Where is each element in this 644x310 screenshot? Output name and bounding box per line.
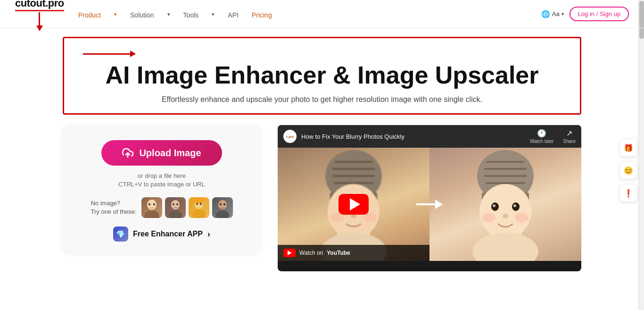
video-header: c.pro How to Fix Your Blurry Photos Quic…: [278, 125, 581, 148]
nav-tools[interactable]: Tools: [183, 11, 199, 19]
face-icon-button[interactable]: 😊: [619, 161, 637, 179]
gift-icon: 🎁: [624, 143, 633, 152]
lang-label: Aa: [552, 10, 560, 17]
hero-box: AI Image Enhancer & Image Upscaler Effor…: [63, 37, 581, 115]
upload-icon: [122, 147, 133, 159]
svg-point-16: [220, 203, 222, 205]
svg-point-8: [176, 203, 178, 205]
logo-underline: [15, 10, 64, 11]
translate-icon: 🌐: [541, 10, 550, 18]
svg-point-12: [196, 203, 198, 205]
nav-product[interactable]: Product: [78, 11, 101, 19]
youtube-icon-bar: [283, 249, 296, 257]
alert-icon-button[interactable]: ❗: [619, 184, 637, 202]
svg-point-51: [472, 233, 538, 261]
watch-later-label: Watch later: [530, 139, 553, 144]
watch-later-action[interactable]: 🕐 Watch later: [530, 129, 553, 144]
watch-on-text: Watch on: [299, 250, 323, 256]
free-app-icon: 💎: [113, 226, 128, 242]
language-switcher[interactable]: 🌐 Aa ▾: [541, 10, 564, 18]
nav-solution[interactable]: Solution: [130, 11, 154, 19]
svg-point-4: [153, 203, 155, 206]
free-app-label: Free Enhancer APP: [133, 230, 203, 238]
hero-annotation-arrow: [83, 50, 561, 57]
sample-image-1[interactable]: [141, 197, 162, 218]
play-triangle-icon: [350, 198, 360, 210]
nav-pricing[interactable]: Pricing: [252, 11, 272, 19]
login-signup-button[interactable]: Log in / Sign up: [570, 7, 629, 21]
watch-later-icon: 🕐: [537, 129, 546, 138]
svg-point-47: [482, 213, 495, 222]
video-title: How to Fix Your Blurry Photos Quickly: [301, 133, 525, 140]
drop-text: or drop a file here: [138, 172, 186, 179]
sample-image-3[interactable]: [189, 197, 209, 218]
svg-point-7: [173, 203, 174, 205]
svg-point-44: [493, 204, 495, 207]
svg-point-2: [144, 210, 159, 218]
watch-on-youtube-bar[interactable]: Watch on YouTube: [278, 245, 429, 261]
video-center-arrow: [416, 200, 443, 209]
gift-icon-button[interactable]: 🎁: [619, 139, 637, 157]
bottom-section: Upload Image or drop a file here CTRL+V …: [63, 125, 581, 271]
face-icon: 😊: [624, 166, 633, 175]
svg-point-6: [169, 210, 182, 218]
nav-links: Product▾ Solution▾ Tools▾ API Pricing: [78, 9, 541, 19]
scrollbar[interactable]: [638, 0, 644, 310]
channel-logo: c.pro: [283, 130, 297, 143]
logo[interactable]: cutout.pro: [15, 0, 64, 9]
free-app-row[interactable]: 💎 Free Enhancer APP ›: [113, 226, 210, 242]
video-panel: c.pro How to Fix Your Blurry Photos Quic…: [278, 125, 581, 271]
logo-container: cutout.pro: [15, 0, 64, 31]
youtube-play-button[interactable]: [339, 194, 369, 215]
upload-image-button[interactable]: Upload Image: [101, 140, 222, 166]
no-image-text: No image?: [91, 199, 136, 208]
video-content: Watch on YouTube: [278, 148, 581, 261]
nav-api[interactable]: API: [228, 11, 239, 19]
video-right-half: [429, 148, 581, 261]
youtube-text: YouTube: [327, 250, 350, 256]
sample-label: No image? Try one of these:: [91, 199, 136, 216]
nav-right: 🌐 Aa ▾ Log in / Sign up: [541, 7, 629, 21]
try-one-text: Try one of these:: [91, 208, 136, 216]
svg-point-13: [200, 203, 202, 205]
alert-icon: ❗: [624, 189, 633, 198]
hero-subtitle: Effortlessly enhance and upscale your ph…: [83, 95, 561, 104]
main-content: AI Image Enhancer & Image Upscaler Effor…: [0, 28, 644, 271]
sample-images: [141, 197, 233, 218]
svg-point-48: [515, 213, 528, 222]
logo-annotation-arrow: [15, 12, 64, 31]
upload-button-label: Upload Image: [139, 148, 201, 159]
sample-images-row: No image? Try one of these:: [91, 197, 232, 218]
svg-point-45: [513, 204, 516, 207]
svg-point-3: [149, 203, 150, 206]
share-action[interactable]: ↗ Share: [563, 129, 576, 144]
share-icon: ↗: [566, 129, 572, 138]
sample-image-2[interactable]: [165, 197, 186, 218]
right-sidebar: 🎁 😊 ❗: [619, 139, 637, 202]
youtube-logo-bar: [283, 249, 296, 257]
svg-point-15: [216, 210, 229, 218]
paste-text: CTRL+V to paste image or URL: [118, 181, 205, 188]
free-app-chevron: ›: [207, 229, 210, 239]
svg-point-14: [218, 200, 227, 209]
share-label: Share: [563, 139, 576, 144]
hero-title: AI Image Enhancer & Image Upscaler: [83, 62, 561, 89]
svg-point-17: [223, 203, 225, 205]
sample-image-4[interactable]: [212, 197, 233, 218]
navigation: cutout.pro Product▾ Solution▾ Tools▾ API…: [0, 0, 644, 28]
svg-point-11: [192, 209, 206, 218]
chevron-down-icon: ▾: [561, 11, 564, 17]
upload-card: Upload Image or drop a file here CTRL+V …: [63, 125, 261, 253]
svg-point-46: [503, 214, 508, 218]
